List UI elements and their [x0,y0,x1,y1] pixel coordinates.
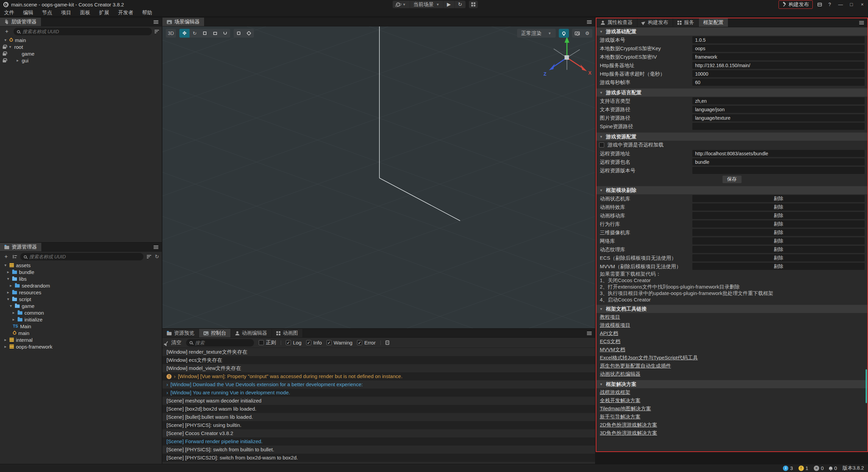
remove-module-button[interactable]: 剔除 [692,203,865,211]
hierarchy-search[interactable] [14,28,152,35]
tab-asset-preview[interactable]: 资源预览 [162,329,199,337]
menu-help[interactable]: 帮助 [142,9,152,16]
menu-project[interactable]: 项目 [61,9,71,16]
filter-log-checkbox[interactable]: ✓ Log [286,340,301,346]
tab-console[interactable]: 控制台 [199,329,231,337]
asset-node-assets[interactable]: ▾ assets [0,262,162,269]
menu-developer[interactable]: 开发者 [118,9,133,16]
solution-link[interactable]: 新手引导解决方案 [600,414,640,419]
tree-node-main[interactable]: ▾ main [0,37,162,43]
asset-node-oops-framework[interactable]: ▸ oops-framework [0,343,162,350]
menu-edit[interactable]: 编辑 [23,9,33,16]
asset-node-resources[interactable]: ▸ resources [0,289,162,296]
game-version-input[interactable] [692,36,865,43]
chevron-down-icon[interactable]: ▾ [6,297,10,301]
build-publish-button[interactable]: 构建发布 [778,0,813,9]
remove-module-button[interactable]: 剔除 [692,229,865,236]
tab-services[interactable]: 服务 [673,18,699,27]
tab-build[interactable]: 构建发布 [637,18,673,27]
section-header-solutions[interactable]: ▾ 框架解决方案 [596,380,867,388]
remove-module-button[interactable]: 剔除 [692,263,865,270]
crypto-key-input[interactable] [692,45,865,52]
play-button[interactable]: ▶ [443,1,455,8]
add-node-button[interactable]: + [3,28,11,35]
remove-module-button[interactable]: 剔除 [692,237,865,244]
chevron-right-icon[interactable]: ▸ [12,317,16,322]
doc-link[interactable]: Excel格式转Json文件与TypeScript代码工具 [600,355,698,360]
filter-info-checkbox[interactable]: ✓ Info [306,340,322,346]
log-row[interactable]: [Scene] [PHYSICS2D]: switch from box2d-w… [162,454,595,462]
asset-node-game[interactable]: ▾ game [0,302,162,309]
asset-node-internal[interactable]: ▸ internal [0,336,162,343]
doc-link[interactable]: 动画状态机编辑器 [600,371,640,377]
gizmo-space-button[interactable] [244,29,254,38]
move-tool-button[interactable]: ✥ [179,29,190,38]
regex-checkbox[interactable]: 正则 [259,339,276,346]
http-timeout-input[interactable] [692,70,865,77]
rect-tool-button[interactable] [210,29,220,38]
log-row[interactable]: [Scene] Cocos Creator v3.8.2 [162,429,595,437]
log-row[interactable]: [Scene] [PHYSICS]: using builtin. [162,421,595,429]
remove-module-button[interactable]: 剔除 [692,254,865,261]
filter-warning-checkbox[interactable]: ✓ Warning [327,340,352,346]
console-search[interactable] [186,339,254,347]
log-row[interactable]: [Scene] [box2d]:box2d wasm lib loaded. [162,405,595,413]
status-info-counter[interactable]: i 3 [783,465,793,471]
remove-module-button[interactable]: 剔除 [692,195,865,202]
tree-node-game[interactable]: game [0,50,162,57]
preview-qr-button[interactable] [469,1,478,8]
section-header-game-basic[interactable]: ▾ 游戏基础配置 [596,27,867,36]
text-path-input[interactable] [692,106,865,113]
remote-bundle-input[interactable] [692,158,865,165]
fps-input[interactable] [692,79,865,86]
hierarchy-search-input[interactable] [22,29,149,34]
tab-animation-editor[interactable]: 动画编辑器 [231,329,272,337]
filter-icon[interactable] [155,30,159,33]
doc-link[interactable]: MVVM文档 [600,347,625,352]
expand-caret-icon[interactable]: › [174,372,176,380]
log-row[interactable]: [Window] model_view文件夹存在 [162,364,595,372]
inspector-panel-menu-button[interactable] [859,18,867,27]
expand-caret-icon[interactable]: › [166,380,168,389]
log-file-icon[interactable] [386,340,389,345]
spine-path-input[interactable] [692,123,865,130]
asset-node-bundle[interactable]: ▸ bundle [0,269,162,275]
sort-icon[interactable] [13,255,17,258]
restart-button[interactable]: ↻ [455,1,466,8]
asset-node-initialize[interactable]: ▸ initialize [0,316,162,323]
chevron-right-icon[interactable]: ▸ [6,270,10,274]
render-mode-dropdown[interactable]: 正常渲染 ▾ [517,29,556,38]
anchor-tool-button[interactable] [220,29,230,38]
assets-search[interactable] [20,253,143,260]
scene-selector-dropdown[interactable]: 当前场景 ▾ [410,1,443,8]
status-notification-counter[interactable]: 0 [829,465,837,471]
solution-link[interactable]: 战棋游戏框架 [600,389,630,395]
chevron-right-icon[interactable]: ▸ [3,344,7,349]
chevron-right-icon[interactable]: ▸ [6,290,10,295]
tab-hierarchy[interactable]: 层级管理器 [0,18,41,26]
asset-node-main-scene[interactable]: main [0,330,162,336]
status-warning-counter[interactable]: ! 1 [798,465,808,471]
menu-panel[interactable]: 面板 [80,9,90,16]
minimize-button[interactable]: — [837,2,844,7]
remove-module-button[interactable]: 剔除 [692,220,865,228]
log-row[interactable]: [Scene] meshopt wasm decoder initialized [162,397,595,405]
texture-path-input[interactable] [692,114,865,121]
doc-link[interactable]: API文档 [600,330,618,336]
log-row[interactable]: [Scene] [bullet]:bullet wasm lib loaded. [162,413,595,421]
status-error-counter[interactable]: × 0 [814,465,824,471]
log-row[interactable]: [Window] ecs文件夹存在 [162,356,595,364]
preview-target-button[interactable]: ▾ [393,1,410,8]
assets-search-input[interactable] [29,254,140,259]
remove-module-button[interactable]: 剔除 [692,246,865,253]
doc-link[interactable]: 原生包热更新配置自动生成插件 [600,363,671,369]
menu-file[interactable]: 文件 [4,9,14,16]
chevron-down-icon[interactable]: ▾ [3,263,7,268]
log-row-info[interactable]: › [Window] You are running Vue in develo… [162,389,595,397]
clear-console-button[interactable]: 清空 [166,339,181,346]
filter-error-checkbox[interactable]: ✓ Error [357,340,375,346]
solution-link[interactable]: 全栈开发解决方案 [600,397,640,403]
filter-icon[interactable] [147,255,151,258]
tree-node-root[interactable]: ▾ root [0,43,162,50]
help-question-icon[interactable]: ? [827,2,833,7]
